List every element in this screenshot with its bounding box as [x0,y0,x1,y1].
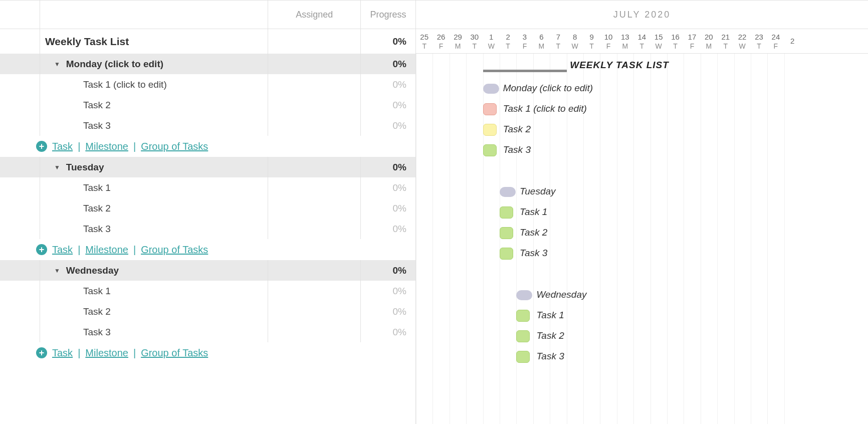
task-gantt-bar[interactable] [500,248,513,260]
task-list-panel: Assigned Progress Weekly Task List 0% ▼M… [0,1,416,424]
project-title-row[interactable]: Weekly Task List 0% [0,29,415,54]
task-progress: 0% [393,79,406,90]
task-progress: 0% [393,182,406,193]
task-gantt-bar[interactable] [500,206,513,219]
group-progress: 0% [393,59,406,70]
task-row[interactable]: Task 1 (click to edit) 0% [0,74,415,95]
task-gantt-bar[interactable] [483,103,497,115]
task-name[interactable]: Task 2 [83,100,111,111]
project-title[interactable]: Weekly Task List [45,36,129,48]
day-header-cell[interactable]: 30T [466,29,483,53]
task-name[interactable]: Task 2 [83,306,111,317]
add-milestone-link[interactable]: Milestone [85,141,128,152]
gantt-panel: JULY 2020 25T26F29M30T1W2T3F6M7T8W9T10F1… [416,1,868,424]
task-row[interactable]: Task 3 0% [0,115,415,136]
day-header-cell[interactable]: 10F [600,29,616,53]
task-name[interactable]: Task 3 [83,224,111,235]
day-header-cell[interactable]: 3F [516,29,533,53]
month-header: JULY 2020 [416,1,868,29]
timeline-body[interactable]: WEEKLY TASK LISTMonday (click to edit)Ta… [416,54,868,424]
task-gantt-bar[interactable] [516,330,530,342]
task-gantt-label: Task 3 [520,248,547,259]
day-header-cell[interactable]: 22W [734,29,750,53]
day-header-cell[interactable]: 25T [416,29,432,53]
add-task-link[interactable]: Task [52,141,73,152]
task-name[interactable]: Task 1 (click to edit) [83,79,167,90]
day-header-cell[interactable]: 7T [550,29,566,53]
chevron-down-icon[interactable]: ▼ [54,61,60,68]
day-header-cell[interactable]: 8W [567,29,583,53]
day-header-cell[interactable]: 16T [667,29,684,53]
task-gantt-label: Task 3 [503,144,531,155]
group-name[interactable]: Monday (click to edit) [66,59,163,70]
day-header-cell[interactable]: 2T [500,29,516,53]
add-row: + Task | Milestone | Group of Tasks [0,342,415,363]
task-row[interactable]: Task 1 0% [0,177,415,198]
column-assigned[interactable]: Assigned [268,1,361,29]
task-gantt-bar[interactable] [516,351,530,363]
day-header-cell[interactable]: 17F [684,29,700,53]
project-progress: 0% [393,36,406,47]
add-milestone-link[interactable]: Milestone [85,244,128,256]
task-gantt-label: Task 1 (click to edit) [503,103,587,114]
task-row[interactable]: Task 2 0% [0,198,415,219]
task-gantt-bar[interactable] [500,227,513,239]
group-gantt-bubble[interactable] [500,187,516,197]
day-header-cell[interactable]: 2 [784,29,801,53]
column-headers: Assigned Progress [0,1,415,29]
task-name[interactable]: Task 3 [83,327,111,338]
group-row[interactable]: ▼Monday (click to edit) 0% [0,54,415,74]
column-progress[interactable]: Progress [361,1,415,29]
task-name[interactable]: Task 3 [83,120,111,131]
group-gantt-bubble[interactable] [516,290,532,300]
group-gantt-label: Wednesday [536,289,586,300]
task-name[interactable]: Task 1 [83,182,111,193]
group-row[interactable]: ▼Tuesday 0% [0,157,415,177]
day-header-cell[interactable]: 13M [617,29,633,53]
day-header-cell[interactable]: 15W [650,29,667,53]
plus-icon[interactable]: + [36,347,47,358]
project-summary-bar[interactable] [483,70,567,72]
task-row[interactable]: Task 2 0% [0,95,415,115]
day-header-cell[interactable]: 29M [450,29,466,53]
add-group-link[interactable]: Group of Tasks [141,347,208,359]
task-gantt-bar[interactable] [516,310,530,322]
task-progress: 0% [393,203,406,214]
day-header-cell[interactable]: 6M [533,29,550,53]
day-header-cell[interactable]: 14T [633,29,650,53]
add-milestone-link[interactable]: Milestone [85,347,128,359]
day-header-cell[interactable]: 24F [767,29,784,53]
plus-icon[interactable]: + [36,141,47,152]
plus-icon[interactable]: + [36,244,47,255]
add-task-link[interactable]: Task [52,244,73,256]
task-progress: 0% [393,100,406,111]
day-header-cell[interactable]: 20M [701,29,717,53]
task-row[interactable]: Task 3 0% [0,219,415,239]
group-name[interactable]: Wednesday [66,265,119,276]
task-name[interactable]: Task 2 [83,203,111,214]
group-row[interactable]: ▼Wednesday 0% [0,260,415,281]
add-group-link[interactable]: Group of Tasks [141,244,208,256]
chevron-down-icon[interactable]: ▼ [54,164,60,171]
add-group-link[interactable]: Group of Tasks [141,141,208,152]
task-progress: 0% [393,327,406,338]
timeline-day-header: 25T26F29M30T1W2T3F6M7T8W9T10F13M14T15W16… [416,29,868,54]
task-row[interactable]: Task 1 0% [0,281,415,301]
day-header-cell[interactable]: 1W [483,29,500,53]
task-gantt-bar[interactable] [483,144,497,156]
task-row[interactable]: Task 2 0% [0,301,415,322]
day-header-cell[interactable]: 9T [583,29,600,53]
day-header-cell[interactable]: 21T [717,29,734,53]
day-header-cell[interactable]: 26F [432,29,449,53]
group-name[interactable]: Tuesday [66,162,104,173]
add-task-link[interactable]: Task [52,347,73,359]
group-progress: 0% [393,265,406,276]
task-row[interactable]: Task 3 0% [0,322,415,342]
day-header-cell[interactable]: 23T [751,29,767,53]
group-gantt-bubble[interactable] [483,84,499,94]
task-gantt-bar[interactable] [483,124,497,136]
task-gantt-label: Task 1 [520,206,547,218]
task-name[interactable]: Task 1 [83,286,111,297]
chevron-down-icon[interactable]: ▼ [54,267,60,274]
add-row: + Task | Milestone | Group of Tasks [0,239,415,260]
